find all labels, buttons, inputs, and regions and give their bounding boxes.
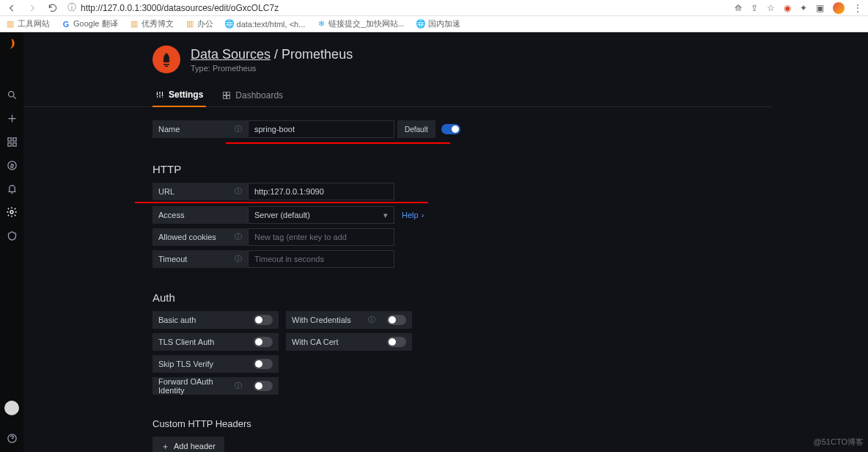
plus-icon: ＋ [161, 441, 169, 452]
dashboards-tab-icon [222, 91, 231, 100]
url-input[interactable] [248, 183, 394, 200]
with-ca-toggle[interactable] [387, 337, 406, 347]
fwd-oauth-toggle[interactable] [254, 381, 273, 391]
url-bar[interactable]: ⓘ http://127.0.0.1:3000/datasources/edit… [67, 1, 726, 14]
http-section-title: HTTP [152, 163, 669, 175]
with-credentials-label: With Credentialsⓘ [286, 311, 381, 329]
help-link[interactable]: Help› [394, 211, 431, 219]
add-header-button[interactable]: ＋ Add header [152, 437, 224, 452]
custom-headers-title: Custom HTTP Headers [152, 418, 669, 429]
annotation-underline [135, 202, 428, 203]
configuration-icon[interactable] [5, 205, 18, 219]
info-icon[interactable]: ⓘ [235, 381, 242, 391]
bookmark-item[interactable]: ❄链接提交_加快网站... [317, 18, 404, 29]
browser-nav-bar: ⓘ http://127.0.0.1:3000/datasources/edit… [0, 0, 868, 16]
bookmark-bar: ▥工具网站 GGoogle 翻译 ▥优秀博文 ▥办公 🌐data:text/ht… [0, 16, 868, 32]
cookies-label: Allowed cookiesⓘ [152, 228, 248, 246]
chevron-down-icon: ▾ [383, 211, 388, 220]
tabs: Settings Dashboards [23, 84, 773, 107]
access-label: Access [152, 206, 248, 224]
cookies-input[interactable] [248, 228, 394, 246]
basic-auth-label: Basic auth [152, 311, 248, 329]
alerting-icon[interactable] [5, 182, 18, 195]
tls-client-toggle[interactable] [254, 337, 273, 347]
weibo-ext-icon[interactable]: ◉ [784, 3, 791, 13]
site-info-icon[interactable]: ⓘ [67, 1, 76, 14]
info-icon[interactable]: ⓘ [235, 186, 242, 197]
panel-icon[interactable]: ▣ [816, 3, 824, 13]
with-credentials-toggle[interactable] [387, 315, 406, 325]
reload-button[interactable] [47, 2, 59, 14]
translate-icon[interactable]: ⟰ [735, 3, 742, 13]
with-ca-label: With CA Cert [286, 333, 381, 351]
svg-rect-11 [227, 95, 230, 98]
name-input[interactable] [248, 120, 394, 138]
share-icon[interactable]: ⇪ [751, 3, 758, 13]
page-header: Data Sources / Prometheus Type: Promethe… [23, 41, 868, 79]
tls-client-label: TLS Client Auth [152, 333, 248, 351]
sliders-icon [155, 90, 164, 99]
svg-rect-3 [7, 142, 10, 145]
page-content: Data Sources / Prometheus Type: Promethe… [23, 32, 868, 452]
breadcrumb-root[interactable]: Data Sources [191, 47, 271, 62]
access-select[interactable]: Server (default) ▾ [248, 206, 394, 224]
breadcrumb: Data Sources / Prometheus [191, 47, 353, 62]
chevron-right-icon: › [422, 211, 424, 219]
info-icon[interactable]: ⓘ [235, 254, 242, 264]
back-button[interactable] [6, 2, 18, 14]
sidebar [0, 32, 23, 452]
star-icon[interactable]: ☆ [767, 3, 775, 13]
breadcrumb-leaf: Prometheus [282, 47, 353, 62]
tab-dashboards[interactable]: Dashboards [219, 84, 286, 106]
help-icon[interactable] [5, 431, 18, 445]
kebab-menu-icon[interactable]: ⋮ [853, 3, 862, 13]
explore-icon[interactable] [5, 158, 18, 172]
skip-tls-toggle[interactable] [254, 359, 273, 369]
timeout-label: Timeoutⓘ [152, 250, 248, 268]
forward-button[interactable] [26, 2, 38, 14]
prometheus-icon [152, 45, 180, 73]
svg-rect-8 [224, 92, 227, 95]
bookmark-item[interactable]: ▥工具网站 [6, 18, 50, 29]
basic-auth-toggle[interactable] [254, 315, 273, 325]
page-subtitle: Type: Prometheus [191, 64, 353, 73]
fwd-oauth-label: Forward OAuth Identityⓘ [152, 377, 248, 395]
auth-section-title: Auth [152, 291, 669, 304]
profile-icon[interactable] [833, 2, 845, 14]
svg-rect-2 [12, 137, 15, 140]
url-label: URLⓘ [152, 183, 248, 200]
svg-rect-4 [12, 142, 15, 145]
bookmark-item[interactable]: 🌐国内加速 [416, 18, 460, 29]
url-text: http://127.0.0.1:3000/datasources/edit/o… [81, 3, 279, 13]
extensions-icon[interactable]: ✦ [800, 3, 807, 13]
bookmark-item[interactable]: ▥办公 [185, 18, 213, 29]
name-label: Nameⓘ [152, 120, 248, 138]
name-row: Nameⓘ Default [152, 120, 669, 138]
info-icon[interactable]: ⓘ [368, 315, 375, 325]
svg-rect-10 [224, 95, 227, 98]
search-icon[interactable] [5, 88, 18, 101]
bookmark-item[interactable]: GGoogle 翻译 [62, 18, 118, 29]
svg-rect-1 [7, 137, 10, 140]
svg-point-0 [8, 91, 14, 97]
grafana-app: Data Sources / Prometheus Type: Promethe… [0, 32, 868, 452]
default-toggle[interactable] [441, 124, 460, 134]
watermark: @51CTO博客 [814, 437, 864, 448]
user-avatar[interactable] [4, 401, 19, 415]
info-icon[interactable]: ⓘ [235, 124, 242, 134]
dashboards-icon[interactable] [5, 135, 18, 148]
tab-settings[interactable]: Settings [152, 84, 206, 107]
info-icon[interactable]: ⓘ [235, 232, 242, 242]
skip-tls-label: Skip TLS Verify [152, 355, 248, 373]
bookmark-item[interactable]: 🌐data:text/html, <h... [225, 20, 306, 29]
plus-icon[interactable] [5, 112, 18, 125]
default-label: Default [397, 120, 435, 138]
svg-point-6 [10, 211, 13, 214]
browser-action-icons: ⟰ ⇪ ☆ ◉ ✦ ▣ ⋮ [735, 2, 862, 14]
grafana-logo[interactable] [4, 37, 19, 51]
server-admin-icon[interactable] [5, 229, 18, 242]
timeout-input[interactable] [248, 250, 394, 268]
bookmark-item[interactable]: ▥优秀博文 [130, 18, 174, 29]
svg-point-5 [7, 161, 15, 169]
svg-rect-9 [227, 92, 230, 95]
